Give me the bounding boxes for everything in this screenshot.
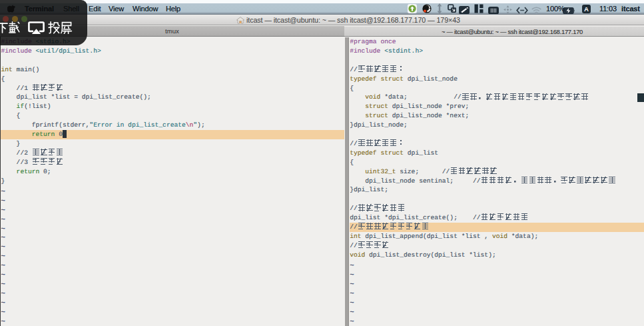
svg-text:A: A	[584, 5, 589, 13]
